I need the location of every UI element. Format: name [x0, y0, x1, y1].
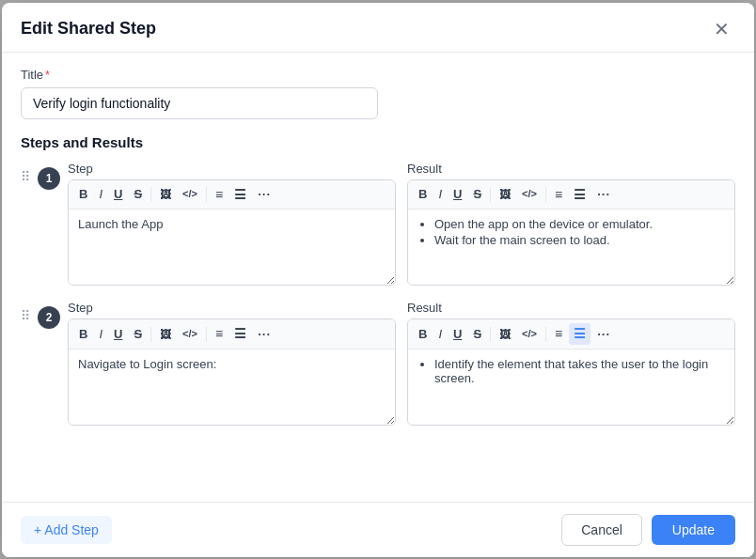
- code-btn[interactable]: </>: [517, 325, 542, 343]
- step-col-1: Step B I U S 🖼 </>: [68, 162, 396, 287]
- bullet-list-btn[interactable]: ☰: [229, 323, 251, 345]
- title-field-group: Title*: [21, 68, 735, 119]
- more-btn[interactable]: ···: [592, 184, 615, 205]
- underline-btn[interactable]: U: [449, 184, 466, 205]
- required-indicator: *: [45, 68, 50, 82]
- more-btn[interactable]: ···: [253, 324, 276, 345]
- code-btn[interactable]: </>: [517, 185, 542, 203]
- modal-header: Edit Shared Step ✕: [2, 3, 754, 53]
- ordered-list-btn[interactable]: ≡: [550, 323, 567, 345]
- toolbar-sep: [545, 327, 546, 342]
- drag-handle-2[interactable]: ⠿: [21, 308, 30, 323]
- step-editor-2: B I U S 🖼 </> ≡ ☰: [68, 318, 396, 426]
- step-col-2: Step B I U S 🖼 </>: [68, 301, 396, 426]
- bold-btn[interactable]: B: [414, 184, 432, 205]
- result-toolbar-2: B I U S 🖼 </> ≡ ☰: [408, 319, 734, 349]
- image-btn[interactable]: 🖼: [495, 185, 515, 204]
- step-toolbar-2: B I U S 🖼 </> ≡ ☰: [69, 319, 395, 349]
- result-col-2: Result B I U S 🖼 </>: [407, 301, 735, 426]
- close-button[interactable]: ✕: [708, 18, 735, 40]
- step-col-label-2: Step: [68, 301, 396, 315]
- step-content-2[interactable]: Navigate to Login screen:: [69, 349, 395, 425]
- ordered-list-btn[interactable]: ≡: [211, 323, 228, 345]
- result-col-1: Result B I U S 🖼 </>: [407, 162, 735, 287]
- ordered-list-btn[interactable]: ≡: [211, 184, 228, 206]
- step-row: ⠿ 2 Step B I U S: [21, 301, 735, 426]
- result-content-2[interactable]: Identify the element that takes the user…: [408, 349, 734, 425]
- modal-title: Edit Shared Step: [21, 19, 156, 39]
- add-step-button[interactable]: + Add Step: [21, 516, 112, 544]
- cancel-button[interactable]: Cancel: [561, 514, 642, 546]
- step-col-label-1: Step: [68, 162, 396, 176]
- step-number-2: 2: [38, 306, 60, 329]
- more-btn[interactable]: ···: [253, 184, 276, 205]
- bullet-list-btn[interactable]: ☰: [569, 184, 591, 206]
- strikethrough-btn[interactable]: S: [129, 184, 147, 205]
- bullet-list-btn-active[interactable]: ☰: [569, 323, 591, 345]
- modal-overlay: Edit Shared Step ✕ Title* Steps and Resu…: [0, 0, 756, 559]
- step-editor-1: B I U S 🖼 </> ≡ ☰: [68, 179, 396, 287]
- steps-section-title: Steps and Results: [21, 134, 735, 150]
- step-number-1: 1: [38, 167, 60, 190]
- code-btn[interactable]: </>: [178, 185, 202, 203]
- step-columns-1: Step B I U S 🖼 </>: [68, 162, 735, 287]
- ordered-list-btn[interactable]: ≡: [550, 184, 567, 206]
- italic-btn[interactable]: I: [433, 184, 447, 205]
- step-row: ⠿ 1 Step B I U S: [21, 162, 735, 287]
- drag-handle-1[interactable]: ⠿: [21, 169, 30, 184]
- edit-shared-step-modal: Edit Shared Step ✕ Title* Steps and Resu…: [2, 3, 754, 557]
- underline-btn[interactable]: U: [449, 324, 466, 345]
- result-col-label-2: Result: [407, 301, 735, 315]
- step-toolbar-1: B I U S 🖼 </> ≡ ☰: [69, 180, 395, 210]
- strikethrough-btn[interactable]: S: [129, 324, 147, 345]
- result-editor-2: B I U S 🖼 </> ≡ ☰: [407, 318, 735, 426]
- modal-footer: + Add Step Cancel Update: [2, 502, 754, 557]
- toolbar-sep: [206, 187, 207, 202]
- image-btn[interactable]: 🖼: [495, 325, 515, 344]
- title-label: Title*: [21, 68, 735, 82]
- underline-btn[interactable]: U: [109, 324, 127, 345]
- toolbar-sep: [490, 327, 491, 342]
- italic-btn[interactable]: I: [94, 324, 107, 345]
- result-col-label-1: Result: [407, 162, 735, 176]
- code-btn[interactable]: </>: [178, 325, 202, 343]
- underline-btn[interactable]: U: [109, 184, 127, 205]
- image-btn[interactable]: 🖼: [155, 185, 176, 204]
- strikethrough-btn[interactable]: S: [468, 184, 486, 205]
- strikethrough-btn[interactable]: S: [468, 324, 486, 345]
- italic-btn[interactable]: I: [433, 324, 447, 345]
- modal-body: Title* Steps and Results ⠿ 1 Step: [2, 53, 754, 502]
- bold-btn[interactable]: B: [414, 324, 432, 345]
- steps-container: ⠿ 1 Step B I U S: [21, 162, 735, 427]
- update-button[interactable]: Update: [652, 515, 735, 545]
- image-btn[interactable]: 🖼: [155, 325, 176, 344]
- result-content-1[interactable]: Open the app on the device or emulator. …: [408, 210, 734, 285]
- bold-btn[interactable]: B: [74, 184, 92, 205]
- italic-btn[interactable]: I: [94, 184, 107, 205]
- toolbar-sep: [490, 187, 491, 202]
- bold-btn[interactable]: B: [74, 324, 92, 345]
- toolbar-sep: [150, 187, 151, 202]
- step-columns-2: Step B I U S 🖼 </>: [68, 301, 735, 426]
- bullet-list-btn[interactable]: ☰: [229, 184, 251, 206]
- toolbar-sep: [206, 327, 207, 342]
- step-content-1[interactable]: Launch the App: [69, 210, 395, 285]
- result-toolbar-1: B I U S 🖼 </> ≡ ☰: [408, 180, 734, 210]
- more-btn[interactable]: ···: [592, 324, 615, 345]
- toolbar-sep: [545, 187, 546, 202]
- toolbar-sep: [150, 327, 151, 342]
- result-editor-1: B I U S 🖼 </> ≡ ☰: [407, 179, 735, 287]
- title-input[interactable]: [21, 87, 378, 119]
